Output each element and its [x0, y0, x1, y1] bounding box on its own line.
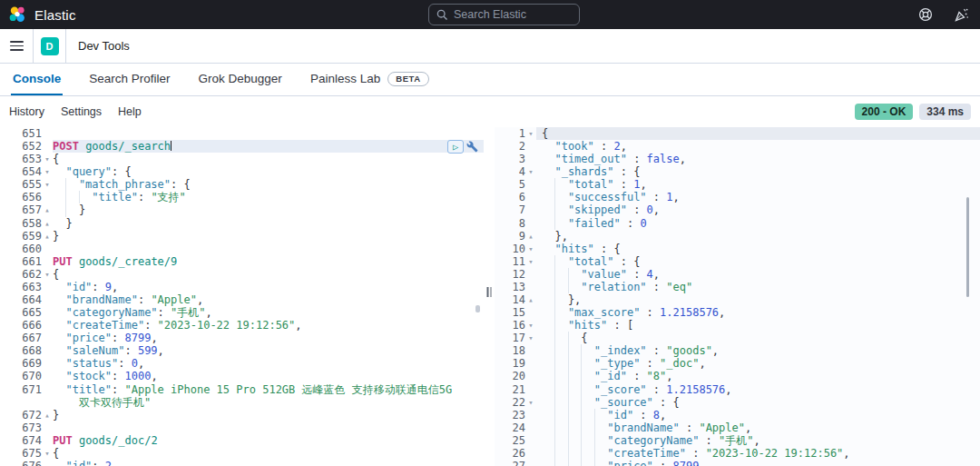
request-line-670[interactable]: 670"stock": 1000, — [0, 370, 484, 382]
fold-toggle-icon[interactable]: ▾ — [525, 396, 536, 409]
newsfeed-icon[interactable] — [955, 7, 969, 22]
tab-painless-lab[interactable]: Painless LabBETA — [309, 64, 431, 95]
fold-toggle-icon[interactable]: ▾ — [42, 268, 53, 281]
code-text[interactable]: "status": 0, — [53, 357, 484, 370]
code-text[interactable]: "title": "支持" — [53, 191, 484, 203]
code-text[interactable]: "id": 9, — [53, 281, 484, 293]
request-line-660[interactable]: 660 — [0, 243, 484, 255]
code-text[interactable]: } — [53, 217, 484, 230]
request-options-wrench-icon[interactable] — [466, 141, 478, 153]
request-line-673[interactable]: 673 — [0, 421, 484, 434]
request-editor-panel[interactable]: 651652POST goods/_search▷653▾{654▾"query… — [0, 127, 484, 466]
code-text: { — [536, 127, 980, 140]
response-line-2: 2"took" : 2, — [495, 140, 980, 153]
response-scrollbar-thumb[interactable] — [966, 197, 970, 297]
code-text[interactable] — [53, 421, 484, 434]
line-number: 12 — [495, 268, 525, 281]
request-line-652[interactable]: 652POST goods/_search▷ — [0, 140, 484, 153]
breadcrumb-bar: D Dev Tools — [0, 29, 980, 64]
fold-toggle-icon[interactable]: ▴ — [42, 409, 53, 421]
code-text[interactable]: { — [53, 153, 484, 165]
code-text: "_source" : { — [536, 396, 980, 409]
code-text[interactable]: "createTime": "2023-10-22 19:12:56", — [53, 319, 484, 332]
tab-console[interactable]: Console — [11, 64, 63, 95]
code-text[interactable]: "categoryName": "手机", — [53, 306, 484, 319]
code-text[interactable]: "id": 2, — [53, 460, 484, 466]
request-line-674[interactable]: 674PUT goods/_doc/2 — [0, 434, 484, 447]
fold-toggle-icon[interactable]: ▾ — [525, 319, 536, 332]
code-text[interactable]: } — [53, 203, 484, 216]
fold-toggle-icon[interactable]: ▾ — [42, 447, 53, 460]
code-text[interactable]: "brandName": "Apple", — [53, 293, 484, 306]
code-text[interactable]: "saleNum": 599, — [53, 344, 484, 357]
code-text[interactable]: "title": "Apple iPhone 15 Pro 512GB 远峰蓝色… — [53, 383, 484, 396]
fold-toggle-icon[interactable]: ▴ — [42, 230, 53, 243]
request-line-663[interactable]: 663"id": 9, — [0, 281, 484, 293]
code-text[interactable]: "match_phrase": { — [53, 178, 484, 191]
request-line-653[interactable]: 653▾{ — [0, 153, 484, 165]
request-line-668[interactable]: 668"saleNum": 599, — [0, 344, 484, 357]
fold-toggle-icon[interactable]: ▴ — [42, 217, 53, 230]
line-number: 674 — [0, 434, 42, 447]
request-line-667[interactable]: 667"price": 8799, — [0, 332, 484, 344]
code-text[interactable] — [53, 127, 484, 140]
request-line-671[interactable]: 671"title": "Apple iPhone 15 Pro 512GB 远… — [0, 383, 484, 396]
request-line-672[interactable]: 672▴} — [0, 409, 484, 421]
help-icon[interactable] — [918, 7, 933, 22]
code-text[interactable]: POST goods/_search▷ — [53, 140, 484, 153]
fold-toggle-icon[interactable]: ▾ — [525, 243, 536, 255]
code-text[interactable]: "stock": 1000, — [53, 370, 484, 382]
request-line-675[interactable]: 675▾{ — [0, 447, 484, 460]
request-line-664[interactable]: 664"brandName": "Apple", — [0, 293, 484, 306]
fold-toggle-icon[interactable]: ▾ — [42, 153, 53, 165]
code-text[interactable]: PUT goods/_doc/2 — [53, 434, 484, 447]
request-line-654[interactable]: 654▾"query": { — [0, 165, 484, 178]
request-line-665[interactable]: 665"categoryName": "手机", — [0, 306, 484, 319]
fold-toggle-icon[interactable]: ▴ — [525, 293, 536, 306]
menu-item-settings[interactable]: Settings — [61, 105, 102, 118]
fold-gutter — [525, 383, 536, 396]
send-request-play-icon[interactable]: ▷ — [447, 140, 464, 154]
line-number: 3 — [495, 153, 525, 165]
code-text[interactable]: "query": { — [53, 165, 484, 178]
request-line-666[interactable]: 666"createTime": "2023-10-22 19:12:56", — [0, 319, 484, 332]
menu-toggle-button[interactable] — [0, 29, 34, 63]
fold-toggle-icon[interactable]: ▾ — [525, 332, 536, 344]
code-text[interactable]: 双卡双待手机" — [53, 396, 484, 409]
fold-toggle-icon[interactable]: ▾ — [525, 165, 536, 178]
request-line-669[interactable]: 669"status": 0, — [0, 357, 484, 370]
space-switcher-button[interactable]: D — [34, 29, 66, 63]
code-text[interactable]: } — [53, 230, 484, 243]
search-input[interactable] — [454, 8, 572, 21]
fold-toggle-icon[interactable]: ▾ — [42, 165, 53, 178]
fold-toggle-icon[interactable]: ▴ — [42, 203, 53, 216]
request-line-676[interactable]: 676"id": 2, — [0, 460, 484, 466]
code-text[interactable]: { — [53, 268, 484, 281]
tab-search-profiler[interactable]: Search Profiler — [87, 64, 172, 95]
request-line-656[interactable]: 656"title": "支持" — [0, 191, 484, 203]
request-line-662[interactable]: 662▾{ — [0, 268, 484, 281]
menu-item-help[interactable]: Help — [118, 105, 142, 118]
code-text[interactable]: "price": 8799, — [53, 332, 484, 344]
panel-resize-handle[interactable] — [484, 127, 495, 466]
fold-toggle-icon[interactable]: ▴ — [525, 230, 536, 243]
fold-toggle-icon[interactable]: ▾ — [42, 178, 53, 191]
request-line-659[interactable]: 659▴} — [0, 230, 484, 243]
fold-toggle-icon[interactable]: ▾ — [525, 127, 536, 140]
request-line-658[interactable]: 658▴} — [0, 217, 484, 230]
code-text[interactable]: PUT goods/_create/9 — [53, 255, 484, 268]
request-line-651[interactable]: 651 — [0, 127, 484, 140]
fold-toggle-icon[interactable]: ▾ — [525, 255, 536, 268]
code-text[interactable]: } — [53, 409, 484, 421]
code-text[interactable] — [53, 243, 484, 255]
tab-grok-debugger[interactable]: Grok Debugger — [197, 64, 284, 95]
editor-scrollbar-thumb[interactable] — [475, 305, 480, 312]
fold-gutter — [525, 140, 536, 153]
request-line-661[interactable]: 661PUT goods/_create/9 — [0, 255, 484, 268]
global-search[interactable] — [428, 4, 580, 25]
request-line-657[interactable]: 657▴} — [0, 203, 484, 216]
code-text[interactable]: { — [53, 447, 484, 460]
request-line-655[interactable]: 655▾"match_phrase": { — [0, 178, 484, 191]
request-line-wrap[interactable]: 双卡双待手机" — [0, 396, 484, 409]
menu-item-history[interactable]: History — [9, 105, 44, 118]
